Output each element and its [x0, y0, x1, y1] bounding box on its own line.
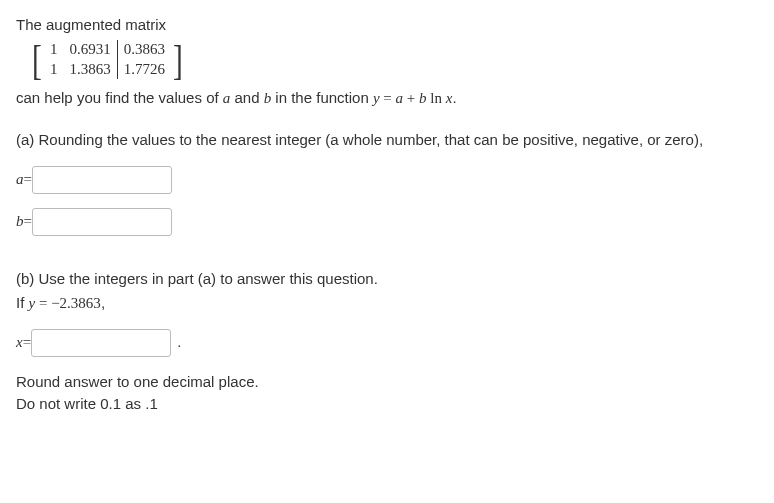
label-b: b [16, 210, 24, 233]
text-segment: in the function [271, 89, 373, 106]
eq-x: = [23, 331, 31, 354]
table-row: 1 0.6931 0.3863 [44, 40, 171, 60]
var-b2: b [419, 90, 427, 106]
label-a: a [16, 168, 24, 191]
trailing-period: . [177, 331, 181, 354]
eq-b: = [24, 210, 32, 233]
augmented-matrix: [ 1 0.6931 0.3863 1 1.3863 1.7726 ] [30, 39, 185, 81]
answer-row-a: a= [16, 166, 758, 194]
ln-text: ln [427, 90, 446, 106]
var-a2: a [396, 90, 404, 106]
cell-r2c2: 1.3863 [64, 60, 118, 80]
part-b-prompt: (b) Use the integers in part (a) to answ… [16, 268, 758, 291]
input-a[interactable] [32, 166, 172, 194]
cell-r1c2: 0.6931 [64, 40, 118, 60]
cell-r1c3: 0.3863 [117, 40, 171, 60]
table-row: 1 1.3863 1.7726 [44, 60, 171, 80]
matrix-table: 1 0.6931 0.3863 1 1.3863 1.7726 [44, 40, 171, 79]
right-bracket: ] [173, 39, 183, 81]
comma: , [101, 294, 105, 311]
if-text: If [16, 294, 29, 311]
input-x[interactable] [31, 329, 171, 357]
var-y: y [373, 90, 380, 106]
cell-r1c1: 1 [44, 40, 64, 60]
text-segment: and [230, 89, 263, 106]
period: . [452, 89, 456, 106]
input-b[interactable] [32, 208, 172, 236]
cell-r2c3: 1.7726 [117, 60, 171, 80]
y-value: −2.3863 [51, 295, 101, 311]
intro-line2: can help you find the values of a and b … [16, 87, 758, 110]
left-bracket: [ [32, 39, 42, 81]
equals2: = [35, 295, 51, 311]
part-b-if: If y = −2.3863, [16, 292, 758, 315]
eq-a: = [24, 168, 32, 191]
equals: = [380, 90, 396, 106]
hint-1: Round answer to one decimal place. [16, 371, 758, 394]
answer-row-x: x= . [16, 329, 758, 357]
part-a-prompt: (a) Rounding the values to the nearest i… [16, 129, 758, 152]
intro-line1: The augmented matrix [16, 14, 758, 37]
plus: + [403, 90, 419, 106]
label-x: x [16, 331, 23, 354]
text-segment: can help you find the values of [16, 89, 223, 106]
cell-r2c1: 1 [44, 60, 64, 80]
answer-row-b: b= [16, 208, 758, 236]
hint-2: Do not write 0.1 as .1 [16, 393, 758, 416]
